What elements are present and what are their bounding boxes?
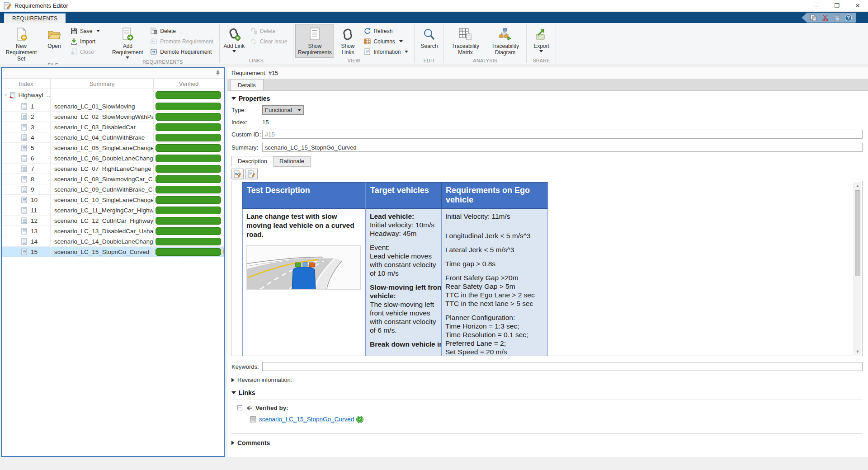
requirement-icon bbox=[21, 238, 28, 245]
export-icon bbox=[534, 27, 548, 42]
pin-icon[interactable] bbox=[216, 70, 220, 76]
table-row[interactable]: 8 scenario_LC_08_SlowmovingCar_Curved bbox=[2, 174, 224, 184]
cut-icon[interactable] bbox=[821, 14, 829, 21]
restore-button[interactable]: ❐ bbox=[826, 0, 847, 11]
link-group-expander-icon[interactable]: − bbox=[237, 405, 242, 410]
clear-issue-label: Clear Issue bbox=[260, 38, 288, 45]
chevron-down-icon[interactable] bbox=[5, 93, 7, 97]
requirement-set-icon bbox=[9, 92, 16, 99]
tree-row-root[interactable]: HighwayL... bbox=[2, 89, 224, 101]
description-richtext[interactable]: Test Description Target vehicles Require… bbox=[231, 181, 863, 356]
tab-requirements[interactable]: REQUIREMENTS bbox=[4, 13, 66, 23]
show-links-button[interactable]: Show Links bbox=[335, 24, 360, 58]
tab-description[interactable]: Description bbox=[231, 156, 274, 167]
show-requirements-icon bbox=[307, 27, 322, 42]
traceability-diagram-button[interactable]: Traceability Diagram bbox=[486, 24, 524, 58]
table-row[interactable]: 7 scenario_LC_07_RightLaneChange bbox=[2, 164, 224, 174]
add-requirement-caret-icon bbox=[126, 56, 129, 59]
tab-rationale[interactable]: Rationale bbox=[274, 156, 311, 167]
description-scrollbar[interactable]: ▲ ▼ bbox=[854, 182, 861, 355]
table-row[interactable]: 14 scenario_LC_14_DoubleLaneChange_Ushap… bbox=[2, 236, 224, 247]
group-label-view: VIEW bbox=[295, 58, 412, 65]
scroll-down-icon[interactable]: ▼ bbox=[854, 348, 861, 355]
close-button[interactable]: ✕ bbox=[847, 0, 868, 11]
table-row[interactable]: 11 scenario_LC_11_MergingCar_HighwayEntr… bbox=[2, 205, 224, 216]
verified-bar bbox=[156, 186, 221, 193]
root-label: HighwayL... bbox=[18, 92, 50, 99]
custom-id-field[interactable]: #15 bbox=[262, 130, 863, 139]
verified-bar bbox=[156, 113, 221, 121]
column-header-summary[interactable]: Summary bbox=[51, 79, 154, 89]
verified-bar bbox=[156, 175, 221, 183]
close-file-button: Close bbox=[68, 47, 104, 57]
traceability-matrix-button[interactable]: Traceability Matrix bbox=[446, 24, 485, 58]
help-icon[interactable]: ? bbox=[845, 14, 852, 21]
tab-details[interactable]: Details bbox=[230, 79, 264, 90]
demote-requirement-button[interactable]: Demote Requirement bbox=[148, 47, 217, 57]
show-requirements-button[interactable]: Show Requirements bbox=[295, 24, 334, 58]
clear-issue-button: Clear Issue bbox=[248, 36, 292, 47]
table-row[interactable]: 5 scenario_LC_05_SingleLaneChange bbox=[2, 143, 224, 153]
table-row[interactable]: 6 scenario_LC_06_DoubleLaneChange bbox=[2, 153, 224, 164]
minimize-button[interactable]: – bbox=[806, 0, 826, 11]
copy-icon[interactable] bbox=[810, 14, 817, 21]
table-row[interactable]: 2 scenario_LC_02_SlowMovingWithPassingCa… bbox=[2, 112, 224, 122]
table-row[interactable]: 12 scenario_LC_12_CutInCar_HighwayEntry bbox=[2, 216, 224, 226]
demote-requirement-label: Demote Requirement bbox=[160, 49, 212, 55]
traceability-diagram-icon bbox=[498, 27, 512, 42]
open-button[interactable]: Open bbox=[42, 24, 67, 62]
traceability-matrix-label: Traceability Matrix bbox=[446, 43, 484, 56]
expand-triangle-icon bbox=[231, 378, 234, 382]
ribbon-group-edit: Search EDIT bbox=[415, 23, 443, 65]
export-button[interactable]: Export bbox=[528, 24, 554, 58]
table-row[interactable]: 10 scenario_LC_10_SingleLaneChange_Curve… bbox=[2, 195, 224, 205]
table-row[interactable]: 3 scenario_LC_03_DisabledCar bbox=[2, 122, 224, 132]
export-label: Export bbox=[533, 43, 549, 49]
verified-bar bbox=[156, 248, 221, 256]
type-label: Type: bbox=[231, 107, 262, 113]
quick-access-tray: ? bbox=[802, 13, 856, 23]
comments-section[interactable]: Comments bbox=[231, 439, 863, 446]
table-row[interactable]: 1 scenario_LC_01_SlowMoving bbox=[2, 101, 224, 112]
links-section-header[interactable]: Links bbox=[231, 388, 863, 400]
table-row[interactable]: 9 scenario_LC_09_CutInWithBrake_Curved bbox=[2, 184, 224, 195]
import-button[interactable]: Import bbox=[68, 36, 104, 47]
delete-requirement-button[interactable]: Delete bbox=[148, 26, 217, 36]
table-row[interactable]: 15 scenario_LC_15_StopnGo_Curved bbox=[2, 247, 224, 257]
column-header-index[interactable]: Index bbox=[2, 79, 51, 89]
save-dropdown-caret-icon bbox=[96, 30, 100, 32]
table-row[interactable]: 4 scenario_LC_04_CutInWithBrake bbox=[2, 132, 224, 143]
table-row[interactable]: 13 scenario_LC_13_DisabledCar_Ushape bbox=[2, 226, 224, 236]
refresh-label: Refresh bbox=[373, 28, 392, 34]
tree-header[interactable]: Index Summary Verified bbox=[2, 79, 224, 89]
new-requirement-set-button[interactable]: New Requirement Set bbox=[2, 24, 41, 62]
summary-field[interactable]: scenario_LC_15_StopnGo_Curved bbox=[262, 143, 863, 152]
keywords-label: Keywords: bbox=[231, 363, 262, 370]
group-label-edit: EDIT bbox=[416, 58, 442, 65]
scrollbar-thumb[interactable] bbox=[855, 190, 860, 276]
show-links-label: Show Links bbox=[335, 43, 360, 56]
information-button[interactable]: Information bbox=[361, 47, 412, 57]
scroll-up-icon[interactable]: ▲ bbox=[854, 182, 861, 189]
edit-in-word-button[interactable]: W bbox=[231, 169, 244, 179]
save-button[interactable]: Save bbox=[68, 26, 104, 36]
columns-button[interactable]: Columns bbox=[361, 36, 412, 47]
verified-bar bbox=[156, 91, 221, 99]
search-button[interactable]: Search bbox=[416, 24, 442, 58]
add-requirement-button[interactable]: Add Requirement bbox=[108, 24, 147, 59]
paste-icon[interactable] bbox=[833, 14, 840, 21]
keywords-field[interactable] bbox=[262, 362, 863, 371]
properties-section-header[interactable]: Properties bbox=[231, 91, 863, 105]
verified-by-link[interactable]: scenario_LC_15_StopnGo_Curved bbox=[259, 416, 354, 423]
save-icon bbox=[70, 27, 78, 35]
type-dropdown[interactable]: Functional bbox=[262, 105, 304, 115]
refresh-icon bbox=[363, 27, 371, 35]
add-link-button[interactable]: Add Link bbox=[222, 24, 247, 58]
column-header-verified[interactable]: Verified bbox=[154, 79, 224, 89]
revision-information-section[interactable]: Revision information: bbox=[231, 376, 863, 383]
new-requirement-set-icon bbox=[14, 27, 28, 42]
edit-text-button[interactable] bbox=[245, 169, 258, 179]
word-edit-icon: W bbox=[234, 170, 241, 178]
refresh-button[interactable]: Refresh bbox=[361, 26, 412, 36]
verified-bar bbox=[156, 217, 221, 225]
